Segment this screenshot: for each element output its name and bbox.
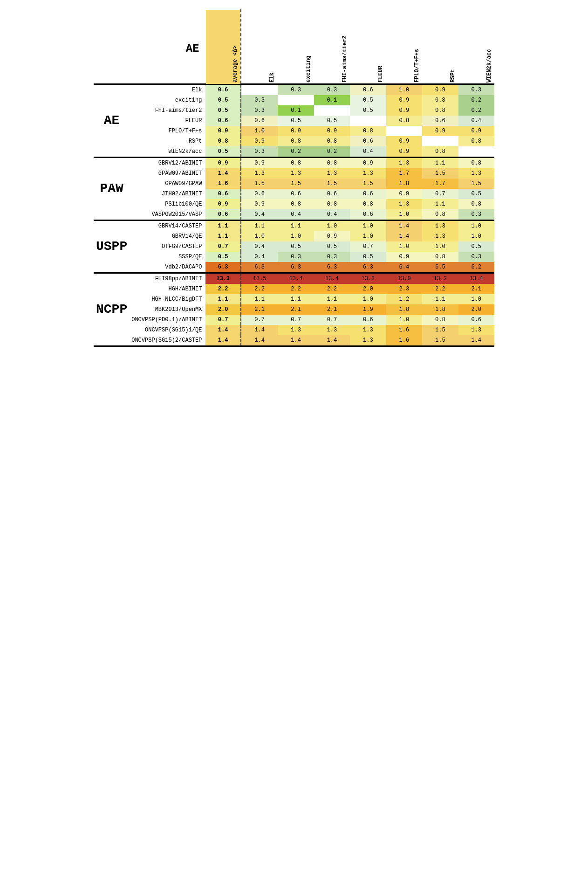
row-label: ONCVPSP(PD0.1)/ABINIT: [130, 315, 205, 325]
data-cell: 1.4: [386, 231, 422, 241]
table-row: exciting0.50.30.10.50.90.80.2: [94, 95, 494, 105]
data-cell: 0.9: [422, 84, 458, 95]
col-header-exciting: exciting: [278, 9, 314, 84]
data-cell: 0.2: [458, 105, 494, 116]
table-row: NCPPFHI98pp/ABINIT13.313.513.413.413.213…: [94, 273, 494, 284]
col-header-rspt: RSPt: [422, 9, 458, 84]
data-cell: 0.8: [314, 136, 350, 146]
avg-value: 0.6: [205, 116, 240, 126]
data-cell: 0.9: [314, 231, 350, 241]
avg-value: 0.7: [205, 315, 240, 325]
data-cell: 1.1: [278, 220, 314, 231]
table-row: OTFG9/CASTEP0.70.40.50.50.71.01.00.5: [94, 241, 494, 252]
table-row: FHI-aims/tier20.50.30.10.50.90.80.2: [94, 105, 494, 116]
row-label: FHI98pp/ABINIT: [130, 273, 205, 284]
data-cell: 1.5: [278, 179, 314, 189]
data-cell: 1.0: [458, 231, 494, 241]
data-cell: 0.5: [350, 252, 386, 262]
data-cell: 0.5: [458, 189, 494, 199]
data-cell: 1.5: [422, 325, 458, 335]
data-cell: 1.4: [314, 335, 350, 346]
data-cell: 1.6: [386, 335, 422, 346]
data-cell: 0.7: [278, 315, 314, 325]
data-cell: 0.4: [241, 241, 278, 252]
data-cell: 0.8: [422, 252, 458, 262]
data-cell: 1.8: [386, 304, 422, 315]
table-row: JTH02/ABINIT0.60.60.60.60.60.90.70.5: [94, 189, 494, 199]
data-cell: 0.6: [314, 189, 350, 199]
data-cell: 0.5: [458, 241, 494, 252]
data-cell: 1.0: [386, 315, 422, 325]
avg-value: 1.4: [205, 168, 240, 179]
data-cell: 1.0: [422, 241, 458, 252]
data-cell: 0.6: [350, 315, 386, 325]
data-cell: 1.1: [241, 294, 278, 304]
data-cell: 1.3: [458, 325, 494, 335]
table-row: GPAW09/ABINIT1.41.31.31.31.31.71.51.3: [94, 168, 494, 179]
data-cell: 1.1: [422, 294, 458, 304]
avg-value: 1.1: [205, 231, 240, 241]
avg-value: 0.6: [205, 84, 240, 95]
data-cell: 13.2: [350, 273, 386, 284]
data-cell: 13.4: [458, 273, 494, 284]
row-label: FHI-aims/tier2: [130, 105, 205, 116]
data-cell: 0.9: [386, 189, 422, 199]
data-cell: 0.3: [241, 95, 278, 105]
data-cell: 1.1: [278, 294, 314, 304]
row-label: exciting: [130, 95, 205, 105]
avg-value: 1.1: [205, 220, 240, 231]
data-cell: 6.3: [241, 262, 278, 273]
row-label: FLEUR: [130, 116, 205, 126]
avg-value: 6.3: [205, 262, 240, 273]
data-cell: 1.1: [314, 294, 350, 304]
data-cell: 0.9: [241, 136, 278, 146]
table-row: USPPGBRV14/CASTEP1.11.11.11.01.01.41.31.…: [94, 220, 494, 231]
data-cell: 1.0: [241, 231, 278, 241]
ae-section-header: AE: [131, 38, 204, 55]
data-cell: 13.4: [278, 273, 314, 284]
data-cell: 0.8: [278, 199, 314, 209]
data-cell: 1.3: [350, 325, 386, 335]
data-cell: 0.3: [278, 84, 314, 95]
table-row: HGH/ABINIT2.22.22.22.22.02.32.22.1: [94, 284, 494, 294]
data-cell: 0.7: [314, 315, 350, 325]
data-cell: 6.2: [458, 262, 494, 273]
data-cell: 1.5: [350, 179, 386, 189]
data-cell: 0.9: [241, 157, 278, 168]
table-row: GPAW09/GPAW1.61.51.51.51.51.81.71.5: [94, 179, 494, 189]
data-cell: 6.5: [422, 262, 458, 273]
data-cell: 0.1: [314, 95, 350, 105]
data-cell: 1.3: [350, 168, 386, 179]
avg-value: 0.8: [205, 136, 240, 146]
data-cell: 0.4: [241, 209, 278, 221]
data-cell: 2.0: [458, 304, 494, 315]
data-cell: 1.0: [278, 231, 314, 241]
data-cell: 0.8: [422, 95, 458, 105]
avg-value: 1.6: [205, 179, 240, 189]
data-cell: 1.3: [278, 325, 314, 335]
data-cell: [314, 105, 350, 116]
data-cell: 1.3: [422, 220, 458, 231]
data-cell: 0.9: [241, 199, 278, 209]
avg-value: 0.6: [205, 209, 240, 221]
data-cell: 0.4: [350, 146, 386, 158]
data-cell: 6.3: [278, 262, 314, 273]
column-headers: AE average <Δ> Elk exciting FHI-aims/tie…: [94, 9, 494, 84]
row-label: ONCVPSP(SG15)1/QE: [130, 325, 205, 335]
data-cell: 1.0: [350, 231, 386, 241]
data-cell: 0.9: [278, 126, 314, 136]
row-label: HGH/ABINIT: [130, 284, 205, 294]
data-cell: 1.0: [314, 220, 350, 231]
data-cell: 0.9: [458, 126, 494, 136]
data-cell: 0.6: [350, 209, 386, 221]
data-cell: 0.9: [350, 157, 386, 168]
avg-value: 0.9: [205, 157, 240, 168]
data-cell: 1.7: [422, 179, 458, 189]
data-cell: 0.9: [386, 136, 422, 146]
avg-value: 13.3: [205, 273, 240, 284]
data-cell: 0.8: [422, 146, 458, 158]
data-cell: [350, 116, 386, 126]
data-cell: 0.8: [422, 209, 458, 221]
data-cell: 2.2: [278, 284, 314, 294]
data-cell: 1.0: [458, 294, 494, 304]
